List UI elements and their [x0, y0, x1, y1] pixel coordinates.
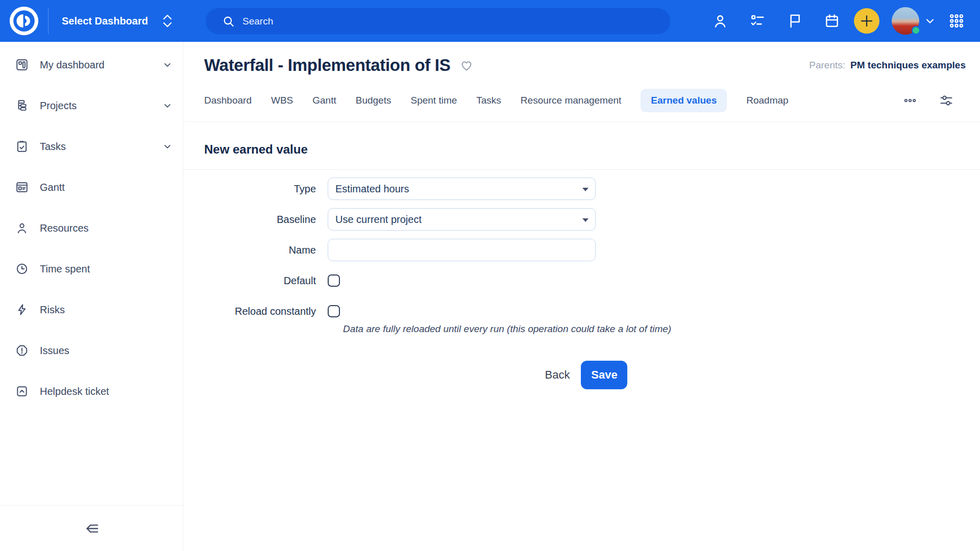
avatar[interactable] — [892, 7, 919, 35]
risks-icon — [15, 303, 29, 316]
form-heading: New earned value — [204, 142, 980, 157]
tab-resource-management[interactable]: Resource management — [521, 89, 622, 112]
sidebar-footer — [0, 505, 183, 551]
flag-icon[interactable] — [786, 12, 803, 30]
sidebar-item-gantt[interactable]: Gantt — [0, 167, 183, 208]
account-menu-chevron-icon[interactable] — [923, 12, 937, 30]
favorite-heart-icon[interactable] — [459, 58, 474, 72]
parent-project-link[interactable]: PM techniques examples — [850, 60, 966, 71]
main-content: Waterfall - Implementation of IS Parents… — [183, 42, 980, 551]
dashboard-icon — [15, 58, 29, 71]
baseline-label: Baseline — [183, 214, 328, 226]
project-header: Waterfall - Implementation of IS Parents… — [183, 42, 980, 122]
sidebar-item-issues[interactable]: Issues — [0, 330, 183, 371]
apps-grid-icon[interactable] — [948, 12, 965, 30]
search-icon — [222, 15, 235, 28]
topbar-actions — [712, 0, 965, 42]
page-title: Waterfall - Implementation of IS — [204, 55, 450, 76]
sidebar-item-projects[interactable]: Projects — [0, 85, 183, 126]
chevron-down-icon[interactable] — [162, 101, 173, 111]
tab-tasks[interactable]: Tasks — [476, 89, 501, 112]
more-tabs-icon[interactable] — [903, 94, 917, 107]
form-actions: Back Save — [183, 361, 980, 389]
search-bar[interactable] — [206, 8, 670, 34]
new-earned-value-form: Type Estimated hours Baseline Use curren… — [183, 170, 980, 389]
default-checkbox[interactable] — [328, 274, 340, 287]
reload-note: Data are fully reloaded until every run … — [343, 323, 980, 335]
name-input[interactable] — [328, 239, 596, 261]
calendar-icon[interactable] — [823, 12, 841, 30]
project-tabs: Dashboard WBS Gantt Budgets Spent time T… — [204, 89, 966, 112]
topbar: Select Dashboard — [0, 0, 980, 42]
type-label: Type — [183, 183, 328, 195]
sidebar-item-time-spent[interactable]: Time spent — [0, 248, 183, 289]
sidebar-item-tasks[interactable]: Tasks — [0, 126, 183, 167]
sidebar-item-label: Resources — [40, 222, 89, 234]
gantt-icon — [15, 181, 29, 194]
default-label: Default — [183, 275, 328, 287]
baseline-select[interactable]: Use current project — [328, 208, 596, 231]
baseline-select-value: Use current project — [335, 214, 422, 226]
projects-icon — [15, 99, 29, 112]
sidebar-item-label: Issues — [40, 345, 69, 357]
sidebar-item-label: Gantt — [40, 182, 65, 193]
sidebar-item-my-dashboard[interactable]: My dashboard — [0, 44, 183, 85]
collapse-sidebar-icon[interactable] — [80, 518, 103, 539]
sidebar-item-risks[interactable]: Risks — [0, 289, 183, 330]
sidebar-item-label: Helpdesk ticket — [40, 386, 109, 397]
tab-earned-values[interactable]: Earned values — [641, 89, 727, 112]
checklist-icon[interactable] — [749, 12, 766, 30]
reload-constantly-label: Reload constantly — [183, 306, 328, 317]
sidebar-item-resources[interactable]: Resources — [0, 208, 183, 248]
sidebar-item-label: My dashboard — [40, 59, 105, 71]
tab-roadmap[interactable]: Roadmap — [746, 89, 788, 112]
resources-icon — [15, 221, 29, 235]
app-logo-icon[interactable] — [8, 5, 40, 37]
save-button[interactable]: Save — [581, 361, 627, 389]
sidebar: My dashboard Projects — [0, 42, 183, 551]
dashboard-selector[interactable]: Select Dashboard — [62, 13, 174, 29]
sidebar-item-label: Risks — [40, 304, 65, 316]
user-icon[interactable] — [712, 12, 729, 30]
sidebar-item-label: Projects — [40, 100, 77, 112]
issues-icon — [15, 344, 29, 357]
tab-wbs[interactable]: WBS — [271, 89, 293, 112]
tab-spent-time[interactable]: Spent time — [410, 89, 457, 112]
dashboard-selector-label: Select Dashboard — [62, 15, 148, 27]
reload-constantly-checkbox[interactable] — [328, 305, 340, 317]
caret-down-icon — [582, 188, 589, 191]
topbar-divider — [48, 8, 48, 34]
tasks-icon — [15, 140, 29, 153]
parents-label: Parents: — [809, 60, 845, 71]
online-status-dot — [912, 26, 920, 35]
plus-icon — [859, 13, 874, 29]
time-spent-icon — [15, 262, 29, 276]
search-input[interactable] — [242, 16, 641, 27]
sidebar-item-helpdesk-ticket[interactable]: Helpdesk ticket — [0, 371, 183, 412]
module-settings-sliders-icon[interactable] — [939, 93, 953, 108]
chevron-down-icon[interactable] — [162, 141, 173, 152]
form-section-header: New earned value — [183, 122, 980, 170]
type-select-value: Estimated hours — [335, 183, 409, 195]
sidebar-item-label: Tasks — [40, 141, 66, 153]
add-button[interactable] — [854, 8, 879, 34]
breadcrumb: Parents: PM techniques examples — [809, 60, 966, 71]
chevron-down-icon[interactable] — [162, 60, 173, 70]
tab-budgets[interactable]: Budgets — [356, 89, 391, 112]
caret-down-icon — [582, 218, 589, 222]
type-select[interactable]: Estimated hours — [328, 178, 596, 200]
tab-dashboard[interactable]: Dashboard — [204, 89, 252, 112]
tab-gantt[interactable]: Gantt — [312, 89, 336, 112]
sidebar-item-label: Time spent — [40, 263, 90, 275]
name-label: Name — [183, 244, 328, 256]
back-button[interactable]: Back — [536, 363, 579, 387]
chevron-updown-icon — [161, 13, 174, 29]
helpdesk-icon — [15, 385, 29, 398]
